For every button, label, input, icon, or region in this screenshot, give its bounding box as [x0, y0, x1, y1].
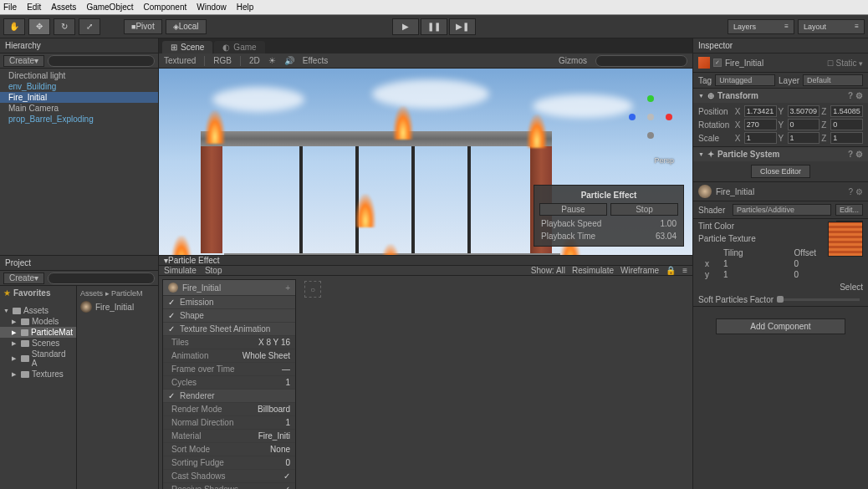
particle-property[interactable]: Normal Direction1: [163, 416, 295, 430]
tree-item[interactable]: ▶Textures: [0, 369, 76, 379]
pause-button[interactable]: ❚❚: [421, 18, 447, 35]
draw-mode[interactable]: Textured: [164, 56, 196, 65]
tag-dropdown[interactable]: Untagged: [715, 74, 775, 86]
scene-tab[interactable]: ⊞ Scene: [162, 41, 212, 53]
particle-property[interactable]: Frame over Time—: [163, 363, 295, 376]
particle-property[interactable]: Receive Shadows✓: [163, 483, 295, 489]
tree-item[interactable]: ▶Scenes: [0, 338, 76, 349]
pos-x[interactable]: 1.73421: [744, 105, 777, 117]
breadcrumb[interactable]: Assets ▸ ParticleM: [80, 288, 155, 299]
overlay-pause[interactable]: Pause: [539, 203, 607, 216]
pp-menu-icon[interactable]: ≡: [682, 266, 687, 275]
offset-x[interactable]: 0: [794, 259, 864, 268]
pp-simulate[interactable]: Simulate: [164, 266, 197, 275]
particle-property[interactable]: Cast Shadows✓: [163, 470, 295, 483]
particle-property[interactable]: Sort ModeNone: [163, 443, 295, 456]
favorites-header[interactable]: ★Favorites: [0, 288, 76, 298]
pp-wireframe[interactable]: Wireframe: [620, 266, 659, 275]
inspector-tab[interactable]: Inspector: [693, 38, 868, 53]
soft-particles-slider[interactable]: [777, 298, 860, 301]
active-checkbox[interactable]: ✓: [713, 59, 722, 67]
pp-show[interactable]: Show: All: [531, 266, 565, 275]
particle-module[interactable]: ✓Texture Sheet Animation: [163, 323, 295, 336]
pp-lock-icon[interactable]: 🔒: [666, 266, 676, 275]
scl-y[interactable]: 1: [788, 132, 820, 144]
tree-item[interactable]: ▼Assets: [0, 305, 76, 316]
static-toggle[interactable]: ☐ Static ▾: [827, 59, 863, 68]
close-editor-button[interactable]: Close Editor: [751, 165, 810, 178]
hierarchy-search[interactable]: [48, 55, 155, 67]
help-icon[interactable]: ?: [848, 91, 853, 100]
particle-module[interactable]: ✓Renderer: [163, 390, 295, 403]
hierarchy-item[interactable]: Directional light: [0, 70, 158, 81]
menu-component[interactable]: Component: [144, 3, 187, 12]
menu-assets[interactable]: Assets: [51, 3, 76, 12]
effects-dropdown[interactable]: Effects: [303, 56, 328, 65]
hierarchy-item[interactable]: env_Building: [0, 81, 158, 92]
tiling-x[interactable]: 1: [723, 259, 793, 268]
particle-property[interactable]: MaterialFire_Initi: [163, 430, 295, 443]
gameobject-name[interactable]: Fire_Initial: [725, 59, 824, 68]
scl-x[interactable]: 1: [744, 132, 777, 144]
render-mode[interactable]: RGB: [213, 56, 232, 65]
scene-search[interactable]: [595, 55, 687, 67]
local-toggle[interactable]: ◈ Local: [166, 19, 207, 34]
pos-z[interactable]: 1.54085: [830, 105, 863, 117]
gear-icon[interactable]: ⚙: [855, 150, 863, 159]
overlay-stop[interactable]: Stop: [610, 203, 678, 216]
rotate-tool[interactable]: ↻: [54, 18, 75, 35]
particle-module[interactable]: ✓Emission: [163, 296, 295, 309]
particle-property[interactable]: Render ModeBillboard: [163, 403, 295, 416]
add-component-button[interactable]: Add Component: [716, 318, 845, 334]
particle-property[interactable]: AnimationWhole Sheet: [163, 349, 295, 363]
audio-icon[interactable]: 🔊: [284, 56, 294, 65]
shader-edit[interactable]: Edit...: [835, 204, 863, 216]
scl-z[interactable]: 1: [830, 132, 863, 144]
orientation-gizmo[interactable]: [625, 94, 676, 144]
pp-add-system[interactable]: ○: [304, 281, 321, 298]
project-tab[interactable]: Project: [0, 256, 158, 271]
pivot-toggle[interactable]: ■ Pivot: [124, 19, 162, 34]
particle-effect-tab[interactable]: ▾ Particle Effect: [159, 256, 692, 266]
help-icon[interactable]: ?: [848, 187, 853, 196]
particle-property[interactable]: TilesX 8 Y 16: [163, 336, 295, 349]
tiling-y[interactable]: 1: [723, 270, 793, 279]
lighting-icon[interactable]: ☀: [268, 56, 276, 65]
2d-toggle[interactable]: 2D: [249, 56, 260, 65]
move-tool[interactable]: ✥: [28, 18, 50, 35]
help-icon[interactable]: ?: [848, 150, 853, 159]
menu-help[interactable]: Help: [237, 3, 254, 12]
perspective-label[interactable]: Persp: [654, 156, 674, 165]
particle-module[interactable]: ✓Shape: [163, 309, 295, 323]
step-button[interactable]: ▶❚: [449, 18, 476, 35]
texture-select[interactable]: Select: [840, 283, 863, 292]
offset-y[interactable]: 0: [794, 270, 864, 279]
particle-property[interactable]: Cycles1: [163, 376, 295, 390]
shader-dropdown[interactable]: Particles/Additive: [733, 204, 831, 216]
scene-view[interactable]: Persp Particle Effect Pause Stop Playbac…: [159, 69, 692, 255]
rot-z[interactable]: 0: [830, 119, 863, 130]
pp-system-header[interactable]: Fire_Initial +: [163, 280, 295, 296]
layout-dropdown[interactable]: Layout: [798, 19, 865, 34]
particle-property[interactable]: Sorting Fudge0: [163, 456, 295, 470]
game-tab[interactable]: ◐ Game: [214, 41, 264, 53]
gear-icon[interactable]: ⚙: [855, 187, 863, 196]
play-button[interactable]: ▶: [392, 18, 419, 35]
hierarchy-item[interactable]: Fire_Initial: [0, 92, 158, 103]
hierarchy-tab[interactable]: Hierarchy: [0, 38, 158, 53]
pos-y[interactable]: 3.50709: [788, 105, 820, 117]
material-name[interactable]: Fire_Initial: [716, 187, 754, 196]
menu-edit[interactable]: Edit: [27, 3, 41, 12]
tree-item[interactable]: ▶Models: [0, 316, 76, 327]
texture-slot[interactable]: [828, 222, 863, 257]
menu-window[interactable]: Window: [197, 3, 227, 12]
hand-tool[interactable]: ✋: [3, 18, 25, 35]
hierarchy-create[interactable]: Create ▾: [3, 55, 44, 67]
menu-gameobject[interactable]: GameObject: [86, 3, 133, 12]
rot-y[interactable]: 0: [788, 119, 820, 130]
menu-file[interactable]: File: [3, 3, 17, 12]
project-create[interactable]: Create ▾: [3, 273, 44, 284]
transform-header[interactable]: ▼⊕Transform ?⚙: [693, 89, 868, 103]
pp-add-icon[interactable]: +: [285, 283, 290, 293]
rot-x[interactable]: 270: [744, 119, 777, 130]
